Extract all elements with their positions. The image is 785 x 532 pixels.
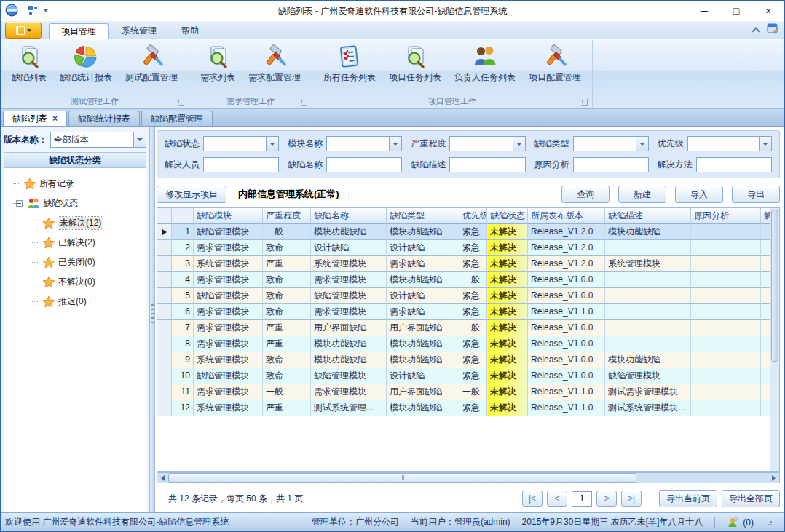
filter-dropdown-缺陷状态[interactable] <box>203 136 279 151</box>
filter-input-缺陷名称[interactable] <box>326 157 402 172</box>
modify-display-button[interactable]: 修改显示项目 <box>157 186 226 203</box>
table-row[interactable]: 5缺陷管理模块致命缺陷管理模块设计缺陷紧急未解决Release_V1.0.0 <box>157 288 770 304</box>
minimize-button[interactable]: ─ <box>688 1 720 21</box>
column-header-原因分析[interactable]: 原因分析 <box>691 208 761 224</box>
ribbon-tab-帮助[interactable]: 帮助 <box>170 23 210 39</box>
filter-text[interactable] <box>204 158 278 172</box>
chevron-down-icon[interactable] <box>636 137 648 151</box>
column-header-缺陷描述[interactable]: 缺陷描述 <box>605 208 691 224</box>
collapse-node-icon[interactable] <box>16 200 23 207</box>
chevron-down-icon[interactable] <box>133 132 146 147</box>
version-select[interactable]: 全部版本 <box>50 132 146 148</box>
table-row[interactable]: 3系统管理模块严重系统管理模块需求缺陷紧急未解决Release_V1.2.0系统… <box>157 256 770 272</box>
chevron-down-icon[interactable] <box>759 137 771 151</box>
quick-access-caret-icon[interactable] <box>44 9 48 12</box>
ribbon-button-所有任务列表[interactable]: 所有任务列表 <box>317 42 382 95</box>
filter-text[interactable] <box>450 158 524 172</box>
tree-item-已关闭(0)[interactable]: 已关闭(0) <box>4 253 146 272</box>
export-current-page-button[interactable]: 导出当前页 <box>659 490 717 507</box>
next-page-button[interactable]: > <box>596 491 617 507</box>
tree-item-缺陷状态[interactable]: 缺陷状态 <box>4 194 146 213</box>
table-row[interactable]: 7需求管理模块严重用户界面缺陷用户界面缺陷一般未解决Release_V1.0.0 <box>157 320 770 336</box>
column-header-严重程度[interactable]: 严重程度 <box>263 208 311 224</box>
ribbon-tab-项目管理[interactable]: 项目管理 <box>49 23 109 39</box>
filter-dropdown-优先级[interactable] <box>687 136 772 151</box>
table-row[interactable]: 11需求管理模块一般需求管理模块用户界面缺陷一般未解决Release_V1.1.… <box>157 384 770 400</box>
filter-input-缺陷描述[interactable] <box>449 157 525 172</box>
column-header-缺陷类型[interactable]: 缺陷类型 <box>387 208 459 224</box>
filter-text[interactable] <box>450 137 512 151</box>
page-input[interactable] <box>572 491 592 507</box>
chevron-down-icon[interactable] <box>513 137 525 151</box>
ribbon-button-测试配置管理[interactable]: 测试配置管理 <box>119 42 184 95</box>
filter-text[interactable] <box>327 158 401 172</box>
dialog-launcher-icon[interactable] <box>581 99 588 106</box>
filter-text[interactable] <box>204 137 266 151</box>
column-header-所属发布版本[interactable]: 所属发布版本 <box>528 208 605 224</box>
tree-item-不解决(0)[interactable]: 不解决(0) <box>4 272 146 292</box>
ribbon-button-需求配置管理[interactable]: 需求配置管理 <box>242 42 307 95</box>
export-all-pages-button[interactable]: 导出全部页 <box>722 490 780 507</box>
ribbon-button-负责人任务列表[interactable]: 负责人任务列表 <box>448 42 522 95</box>
export-button[interactable]: 导出 <box>732 186 780 203</box>
table-row[interactable]: 2需求管理模块致命设计缺陷设计缺陷紧急未解决Release_V1.2.0 <box>157 240 770 256</box>
scroll-left-icon[interactable] <box>157 473 168 483</box>
filter-text[interactable] <box>697 158 771 172</box>
dialog-launcher-icon[interactable] <box>301 99 307 106</box>
prev-page-button[interactable]: < <box>547 491 567 507</box>
vertical-scrollbar[interactable] <box>770 208 779 471</box>
filter-text[interactable] <box>327 137 389 151</box>
scroll-right-icon[interactable] <box>768 473 779 483</box>
new-button[interactable]: 新建 <box>618 186 666 203</box>
column-header-缺陷模块[interactable]: 缺陷模块 <box>194 208 263 224</box>
maximize-button[interactable]: □ <box>720 1 752 21</box>
quick-access-icon[interactable] <box>28 5 38 17</box>
tree-item-推迟(0)[interactable]: 推迟(0) <box>4 292 146 311</box>
sidebar-splitter[interactable] <box>149 127 155 512</box>
column-header-缺陷状态[interactable]: 缺陷状态 <box>487 208 528 224</box>
table-row[interactable]: 4需求管理模块致命需求管理模块模块功能缺陷一般未解决Release_V1.0.0 <box>157 272 770 288</box>
column-header-缺陷名称[interactable]: 缺陷名称 <box>311 208 387 224</box>
ribbon-button-项目任务列表[interactable]: 项目任务列表 <box>382 42 448 95</box>
filter-dropdown-模块名称[interactable] <box>326 136 402 151</box>
horizontal-scrollbar-thumb[interactable] <box>168 473 636 483</box>
last-page-button[interactable]: >| <box>621 491 642 507</box>
tree-item-所有记录[interactable]: 所有记录 <box>4 174 146 194</box>
horizontal-scrollbar[interactable] <box>157 472 780 483</box>
table-row[interactable]: 6需求管理模块致命需求管理模块需求缺陷紧急未解决Release_V1.1.0 <box>157 304 770 320</box>
doc-tab-缺陷统计报表[interactable]: 缺陷统计报表 <box>68 111 140 126</box>
import-button[interactable]: 导入 <box>675 186 723 203</box>
filter-text[interactable] <box>688 137 759 151</box>
app-menu-button[interactable] <box>5 23 42 39</box>
filter-input-解决方法[interactable] <box>696 157 772 172</box>
skin-icon[interactable] <box>767 23 778 36</box>
filter-dropdown-严重程度[interactable] <box>449 136 525 151</box>
ribbon-button-需求列表[interactable]: 需求列表 <box>194 42 242 95</box>
table-row[interactable]: 9系统管理模块致命模块功能缺陷模块功能缺陷紧急未解决Release_V1.0.0… <box>157 352 770 368</box>
dialog-launcher-icon[interactable] <box>178 99 184 106</box>
ribbon-tab-系统管理[interactable]: 系统管理 <box>110 23 168 39</box>
chevron-down-icon[interactable] <box>389 137 401 151</box>
vertical-scrollbar-thumb[interactable] <box>771 210 778 362</box>
tree-item-未解决(12)[interactable]: 未解决(12) <box>4 213 146 233</box>
close-button[interactable]: × <box>752 1 784 21</box>
doc-tab-缺陷配置管理[interactable]: 缺陷配置管理 <box>141 111 213 126</box>
close-tab-icon[interactable]: × <box>52 114 58 123</box>
ribbon-button-项目配置管理[interactable]: 项目配置管理 <box>522 42 588 95</box>
table-row[interactable]: 1缺陷管理模块一般模块功能缺陷模块功能缺陷紧急未解决Release_V1.2.0… <box>157 224 770 240</box>
doc-tab-缺陷列表[interactable]: 缺陷列表× <box>3 111 67 126</box>
filter-text[interactable] <box>574 158 648 172</box>
first-page-button[interactable]: |< <box>522 491 543 507</box>
ribbon-button-缺陷列表[interactable]: 缺陷列表 <box>5 42 53 95</box>
collapse-ribbon-icon[interactable] <box>752 28 760 32</box>
column-header-解决方法[interactable]: 解决方法 <box>761 208 770 224</box>
tree-item-已解决(2)[interactable]: 已解决(2) <box>4 233 146 253</box>
table-row[interactable]: 10缺陷管理模块致命缺陷管理模块设计缺陷紧急未解决Release_V1.0.0缺… <box>157 368 770 384</box>
table-row[interactable]: 8需求管理模块严重模块功能缺陷模块功能缺陷紧急未解决Release_V1.0.0 <box>157 336 770 352</box>
query-button[interactable]: 查询 <box>561 186 610 203</box>
chevron-down-icon[interactable] <box>266 137 278 151</box>
column-header-优先级[interactable]: 优先级 <box>459 208 487 224</box>
filter-text[interactable] <box>574 137 636 151</box>
ribbon-button-缺陷统计报表[interactable]: 缺陷统计报表 <box>53 42 119 95</box>
table-row[interactable]: 12系统管理模块严重测试系统管理...模块功能缺陷紧急未解决Release_V1… <box>157 400 770 416</box>
